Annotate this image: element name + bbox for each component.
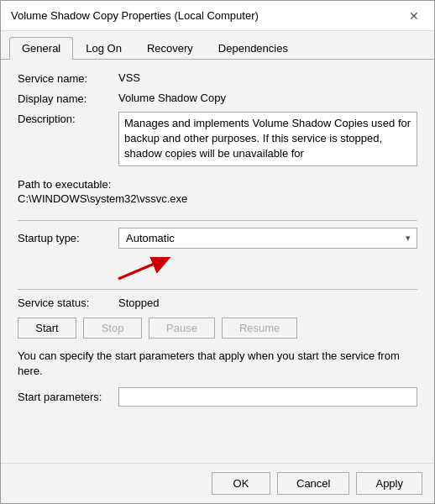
start-params-row: Start parameters: — [18, 387, 417, 407]
window-title: Volume Shadow Copy Properties (Local Com… — [11, 9, 259, 22]
startup-type-row: Startup type: Automatic Automatic (Delay… — [18, 228, 417, 249]
title-bar: Volume Shadow Copy Properties (Local Com… — [1, 1, 434, 31]
service-status-label: Service status: — [18, 297, 118, 309]
svg-line-1 — [118, 260, 162, 279]
path-label: Path to executable: — [18, 178, 417, 191]
service-name-row: Service name: VSS — [18, 71, 417, 85]
start-params-label: Start parameters: — [18, 391, 118, 403]
close-button[interactable]: ✕ — [404, 6, 424, 26]
divider-1 — [18, 220, 417, 221]
divider-2 — [18, 289, 417, 290]
display-name-label: Display name: — [18, 92, 118, 105]
startup-type-label: Startup type: — [18, 232, 118, 244]
tab-content: Service name: VSS Display name: Volume S… — [1, 60, 434, 463]
tab-bar: General Log On Recovery Dependencies — [1, 31, 434, 60]
startup-type-select[interactable]: Automatic Automatic (Delayed Start) Manu… — [118, 228, 417, 249]
start-button[interactable]: Start — [18, 318, 76, 339]
info-text: You can specify the start parameters tha… — [18, 349, 417, 379]
footer: OK Cancel Apply — [1, 463, 434, 503]
path-section: Path to executable: C:\WINDOWS\system32\… — [18, 178, 417, 205]
description-value: Manages and implements Volume Shadow Cop… — [118, 112, 417, 166]
red-arrow-icon — [110, 257, 177, 281]
tab-recovery[interactable]: Recovery — [134, 37, 206, 60]
service-name-value: VSS — [118, 71, 417, 84]
cancel-button[interactable]: Cancel — [277, 472, 349, 495]
display-name-row: Display name: Volume Shadow Copy — [18, 92, 417, 105]
description-row: Description: Manages and implements Volu… — [18, 112, 417, 166]
service-status-value: Stopped — [118, 297, 159, 309]
description-label: Description: — [18, 112, 118, 125]
apply-button[interactable]: Apply — [356, 472, 422, 495]
service-name-label: Service name: — [18, 71, 118, 85]
properties-window: Volume Shadow Copy Properties (Local Com… — [0, 0, 435, 504]
service-control-buttons: Start Stop Pause Resume — [18, 318, 417, 339]
start-params-input[interactable] — [118, 387, 417, 407]
path-value: C:\WINDOWS\system32\vssvc.exe — [18, 192, 417, 205]
tab-logon[interactable]: Log On — [73, 37, 134, 60]
service-status-row: Service status: Stopped — [18, 297, 417, 309]
display-name-value: Volume Shadow Copy — [118, 92, 417, 104]
tab-general[interactable]: General — [9, 37, 73, 60]
resume-button[interactable]: Resume — [222, 318, 297, 339]
arrow-annotation — [18, 257, 417, 281]
startup-select-wrapper: Automatic Automatic (Delayed Start) Manu… — [118, 228, 417, 249]
ok-button[interactable]: OK — [212, 472, 270, 495]
tab-dependencies[interactable]: Dependencies — [206, 37, 301, 60]
pause-button[interactable]: Pause — [149, 318, 215, 339]
stop-button[interactable]: Stop — [83, 318, 142, 339]
